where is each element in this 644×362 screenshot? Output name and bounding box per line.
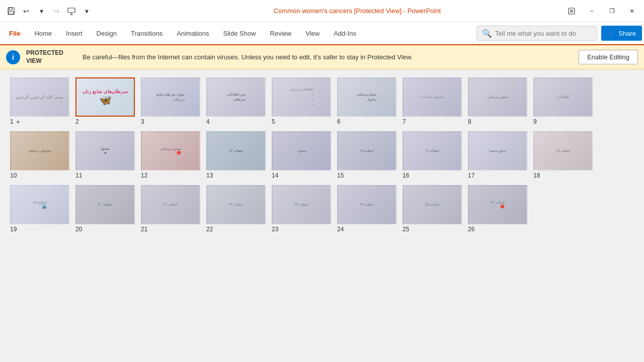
slide-thumbnail-5[interactable]: اطلاعات پزشکی••• xyxy=(272,77,331,117)
slide-number-row-19: 19 xyxy=(10,226,17,233)
slide-number-21: 21 xyxy=(141,226,147,233)
slide-item-9[interactable]: اطلاعات9 xyxy=(533,77,593,125)
slide-item-7[interactable]: محتوای اسلاید ۷7 xyxy=(403,77,462,125)
slide-item-23[interactable]: اسلاید ۲۳23 xyxy=(272,185,331,233)
tab-file[interactable]: File xyxy=(2,22,27,45)
protected-view-bar: i PROTECTEDVIEW Be careful—files from th… xyxy=(0,45,644,69)
slide-thumbnail-8[interactable]: تصاویر پزشکی xyxy=(468,77,527,117)
slide-thumbnail-25[interactable]: اسلاید ۲۵ xyxy=(403,185,462,224)
slide-thumbnail-24[interactable]: اسلاید ۲۴ xyxy=(337,185,396,224)
slide-thumbnail-1[interactable]: بسم الله الرحمن الرحيم xyxy=(10,77,69,117)
slide-number-row-12: 12 xyxy=(141,172,147,179)
slide-thumbnail-22[interactable]: اسلاید ۲۲ xyxy=(206,185,266,224)
help-button[interactable] xyxy=(564,4,580,19)
save-button[interactable] xyxy=(4,4,18,18)
slide-item-5[interactable]: اطلاعات پزشکی•••5 xyxy=(272,77,331,125)
slide-number-row-21: 21 xyxy=(141,226,147,233)
tab-home[interactable]: Home xyxy=(27,22,59,45)
slide-number-row-10: 10 xyxy=(10,172,17,179)
slide-thumbnail-11[interactable]: محتوا✦ xyxy=(75,131,135,170)
slide-number-8: 8 xyxy=(468,118,471,125)
customize-qa-button[interactable]: ▾ xyxy=(79,4,94,18)
tab-transitions[interactable]: Transitions xyxy=(124,22,170,45)
minimize-button[interactable]: − xyxy=(584,4,600,19)
tab-design[interactable]: Design xyxy=(90,22,124,45)
slide-thumbnail-4[interactable]: متن اطلاعاتیسرطان... xyxy=(206,77,266,117)
slide-thumbnail-2[interactable]: سرطان‌های شایع زنان🦋 xyxy=(75,77,135,117)
slide-item-8[interactable]: تصاویر پزشکی8 xyxy=(468,77,527,125)
slide-item-26[interactable]: اسلاید ۲۶🔴26 xyxy=(468,185,527,233)
slide-number-row-24: 24 xyxy=(337,226,344,233)
restore-button[interactable]: ❐ xyxy=(604,4,620,19)
slide-item-22[interactable]: اسلاید ۲۲22 xyxy=(206,185,266,233)
slide-thumbnail-17[interactable]: جدول محتوا xyxy=(468,131,527,170)
slide-thumbnail-3[interactable]: موارد سرطان شایعدر زنان... xyxy=(141,77,200,117)
slide-item-1[interactable]: بسم الله الرحمن الرحيم1★ xyxy=(10,77,69,125)
slide-item-25[interactable]: اسلاید ۲۵25 xyxy=(403,185,462,233)
title-bar-left: ↩ ▾ ↪ ▾ xyxy=(4,4,165,18)
slide-item-3[interactable]: موارد سرطان شایعدر زنان...3 xyxy=(141,77,200,125)
slide-item-4[interactable]: متن اطلاعاتیسرطان...4 xyxy=(206,77,266,125)
search-input[interactable] xyxy=(495,30,586,37)
slide-thumbnail-14[interactable]: محتوا... xyxy=(272,131,331,170)
quick-access-toolbar: ↩ ▾ ↪ ▾ xyxy=(4,4,94,18)
slide-number-row-15: 15 xyxy=(337,172,344,179)
slide-item-13[interactable]: اسلاید ۱۳13 xyxy=(206,131,266,179)
slide-thumbnail-26[interactable]: اسلاید ۲۶🔴 xyxy=(468,185,527,224)
slide-thumbnail-15[interactable]: اسلاید ۱۵ xyxy=(337,131,396,170)
slide-item-18[interactable]: اسلاید ۱۸18 xyxy=(533,131,593,179)
tab-animations[interactable]: Animations xyxy=(170,22,216,45)
slide-thumbnail-9[interactable]: اطلاعات xyxy=(533,77,593,117)
slide-item-17[interactable]: جدول محتوا17 xyxy=(468,131,527,179)
slide-number-row-7: 7 xyxy=(403,118,406,125)
slide-thumbnail-20[interactable]: اسلاید ۲۰ xyxy=(75,185,135,224)
slide-number-12: 12 xyxy=(141,172,147,179)
slide-item-21[interactable]: اسلاید ۲۱21 xyxy=(141,185,200,233)
slide-thumbnail-18[interactable]: اسلاید ۱۸ xyxy=(533,131,593,170)
slide-item-24[interactable]: اسلاید ۲۴24 xyxy=(337,185,396,233)
slide-item-10[interactable]: محتوای پزشکی10 xyxy=(10,131,69,179)
svg-rect-2 xyxy=(9,12,14,14)
slide-number-11: 11 xyxy=(75,172,82,179)
slide-thumbnail-6[interactable]: عنوان پزشکیمحتوا... xyxy=(337,77,396,117)
slide-item-6[interactable]: عنوان پزشکیمحتوا...6 xyxy=(337,77,396,125)
protected-view-icon: i xyxy=(6,50,20,64)
slide-number-row-6: 6 xyxy=(337,118,341,125)
slide-number-6: 6 xyxy=(337,118,341,125)
slide-number-1: 1 xyxy=(10,118,14,125)
slide-item-20[interactable]: اسلاید ۲۰20 xyxy=(75,185,135,233)
slide-item-15[interactable]: اسلاید ۱۵15 xyxy=(337,131,396,179)
slide-number-row-16: 16 xyxy=(403,172,409,179)
presentation-button[interactable] xyxy=(64,4,78,18)
share-label: Share xyxy=(618,30,636,37)
slide-number-row-4: 4 xyxy=(206,118,210,125)
undo-arrow[interactable]: ▾ xyxy=(34,4,48,18)
tab-review[interactable]: Review xyxy=(263,22,299,45)
share-button[interactable]: 👤 Share xyxy=(601,26,642,41)
tab-addins[interactable]: Add-Ins xyxy=(327,22,363,45)
slide-number-5: 5 xyxy=(272,118,275,125)
slide-thumbnail-19[interactable]: اسلاید ۱۹🏙️ xyxy=(10,185,69,224)
slide-thumbnail-23[interactable]: اسلاید ۲۳ xyxy=(272,185,331,224)
slide-thumbnail-12[interactable]: تصویر پزشکی🔴 xyxy=(141,131,200,170)
slide-thumbnail-13[interactable]: اسلاید ۱۳ xyxy=(206,131,266,170)
slide-thumbnail-10[interactable]: محتوای پزشکی xyxy=(10,131,69,170)
slide-thumbnail-16[interactable]: اسلاید ۱۶ xyxy=(403,131,462,170)
redo-button[interactable]: ↪ xyxy=(49,4,63,18)
slide-item-19[interactable]: اسلاید ۱۹🏙️19 xyxy=(10,185,69,233)
slide-item-16[interactable]: اسلاید ۱۶16 xyxy=(403,131,462,179)
tab-slideshow[interactable]: Slide Show xyxy=(216,22,263,45)
slide-number-2: 2 xyxy=(75,118,79,125)
enable-editing-button[interactable]: Enable Editing xyxy=(579,50,638,64)
slide-thumbnail-21[interactable]: اسلاید ۲۱ xyxy=(141,185,200,224)
slide-thumbnail-7[interactable]: محتوای اسلاید ۷ xyxy=(403,77,462,117)
tab-insert[interactable]: Insert xyxy=(59,22,90,45)
slide-item-12[interactable]: تصویر پزشکی🔴12 xyxy=(141,131,200,179)
tab-view[interactable]: View xyxy=(298,22,327,45)
slide-item-14[interactable]: محتوا...14 xyxy=(272,131,331,179)
search-box[interactable]: 🔍 xyxy=(476,26,597,41)
close-button[interactable]: ✕ xyxy=(624,4,640,19)
undo-button[interactable]: ↩ xyxy=(19,4,33,18)
slide-item-2[interactable]: سرطان‌های شایع زنان🦋2 xyxy=(75,77,135,125)
slide-item-11[interactable]: محتوا✦11 xyxy=(75,131,135,179)
